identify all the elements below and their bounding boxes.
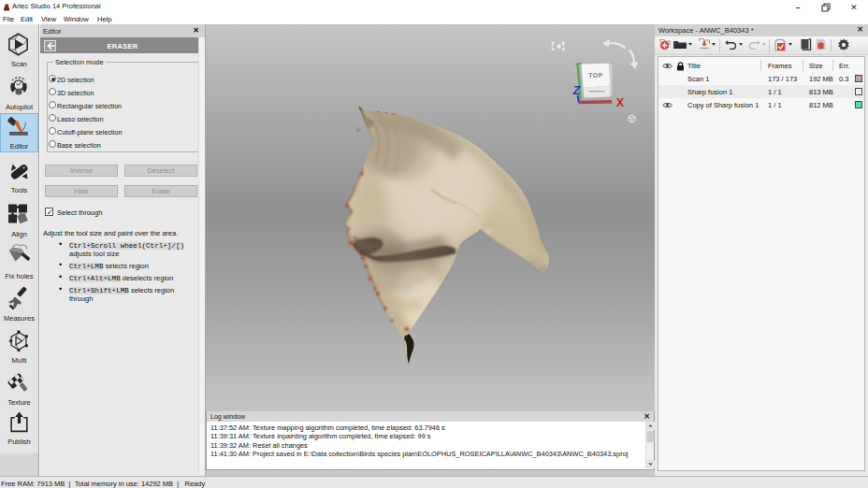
svg-text:TOP: TOP xyxy=(588,72,603,79)
svg-text:Z: Z xyxy=(572,83,582,97)
svg-text:X: X xyxy=(616,96,624,109)
